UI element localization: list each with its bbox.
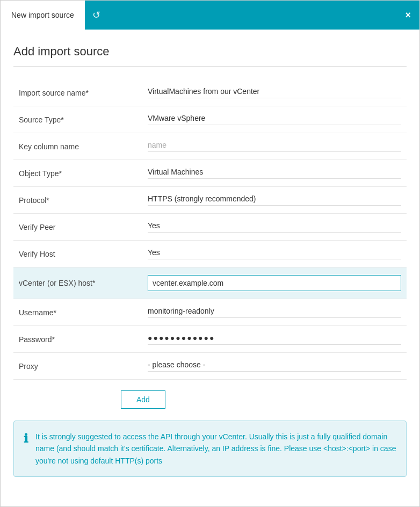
field-value-cell-proxy: - please choose - bbox=[142, 353, 407, 380]
info-text: It is strongly suggested to access the A… bbox=[35, 431, 396, 467]
field-value: monitoring-readonly bbox=[148, 307, 401, 318]
vcenter-host-input[interactable] bbox=[148, 275, 401, 291]
field-value: HTTPS (strongly recommended) bbox=[148, 194, 401, 206]
field-label: Import source name* bbox=[13, 79, 142, 106]
field-label: Verify Peer bbox=[13, 214, 142, 241]
close-icon[interactable]: × bbox=[405, 10, 411, 21]
table-row-vcenter: vCenter (or ESX) host* bbox=[13, 267, 407, 299]
field-value-cell: Virtual Machines bbox=[142, 160, 407, 187]
field-label: Password* bbox=[13, 326, 142, 353]
field-value-cell: name bbox=[142, 133, 407, 160]
field-value: Virtual Machines bbox=[148, 168, 401, 179]
field-label: Verify Host bbox=[13, 241, 142, 267]
field-placeholder: name bbox=[148, 141, 401, 152]
table-row: Proxy - please choose - bbox=[13, 353, 407, 380]
table-row: Password* ●●●●●●●●●●●● bbox=[13, 326, 407, 353]
form-table: Import source name* VirtualMachines from… bbox=[13, 79, 407, 380]
field-label: Object Type* bbox=[13, 160, 142, 187]
field-value: Yes bbox=[148, 248, 401, 259]
field-value-cell: HTTPS (strongly recommended) bbox=[142, 187, 407, 214]
reload-icon[interactable]: ↺ bbox=[92, 9, 100, 21]
field-value-cell: Yes bbox=[142, 241, 407, 267]
info-box: ℹ It is strongly suggested to access the… bbox=[13, 421, 407, 477]
table-row: Verify Peer Yes bbox=[13, 214, 407, 241]
main-content: Add import source Import source name* Vi… bbox=[1, 30, 419, 506]
table-row: Verify Host Yes bbox=[13, 241, 407, 267]
window: New import source ↺ × Add import source … bbox=[0, 0, 420, 507]
table-row: Username* monitoring-readonly bbox=[13, 299, 407, 326]
table-row: Object Type* Virtual Machines bbox=[13, 160, 407, 187]
info-icon: ℹ bbox=[24, 432, 28, 446]
title-bar-left: New import source ↺ bbox=[1, 1, 100, 30]
add-button[interactable]: Add bbox=[121, 390, 165, 409]
field-label-vcenter: vCenter (or ESX) host* bbox=[13, 267, 142, 299]
proxy-value: - please choose - bbox=[148, 360, 401, 372]
field-label-proxy: Proxy bbox=[13, 353, 142, 380]
field-label: Key column name bbox=[13, 133, 142, 160]
title-bar: New import source ↺ × bbox=[1, 1, 419, 30]
table-row: Import source name* VirtualMachines from… bbox=[13, 79, 407, 106]
field-label: Source Type* bbox=[13, 106, 142, 133]
field-value: Yes bbox=[148, 221, 401, 233]
page-title: Add import source bbox=[13, 45, 407, 67]
field-label: Username* bbox=[13, 299, 142, 326]
add-button-container: Add bbox=[13, 380, 407, 409]
field-value-cell: monitoring-readonly bbox=[142, 299, 407, 326]
field-value-cell: VirtualMachines from our vCenter bbox=[142, 79, 407, 106]
title-tab[interactable]: New import source bbox=[1, 1, 85, 30]
field-value: VirtualMachines from our vCenter bbox=[148, 87, 401, 98]
field-value-cell: VMware vSphere bbox=[142, 106, 407, 133]
field-value-cell: ●●●●●●●●●●●● bbox=[142, 326, 407, 353]
table-row: Source Type* VMware vSphere bbox=[13, 106, 407, 133]
password-value: ●●●●●●●●●●●● bbox=[148, 334, 401, 345]
tab-label: New import source bbox=[11, 11, 74, 19]
field-value: VMware vSphere bbox=[148, 114, 401, 125]
field-label: Protocol* bbox=[13, 187, 142, 214]
table-row: Key column name name bbox=[13, 133, 407, 160]
field-value-cell: Yes bbox=[142, 214, 407, 241]
field-value-cell-vcenter bbox=[142, 267, 407, 299]
table-row: Protocol* HTTPS (strongly recommended) bbox=[13, 187, 407, 214]
